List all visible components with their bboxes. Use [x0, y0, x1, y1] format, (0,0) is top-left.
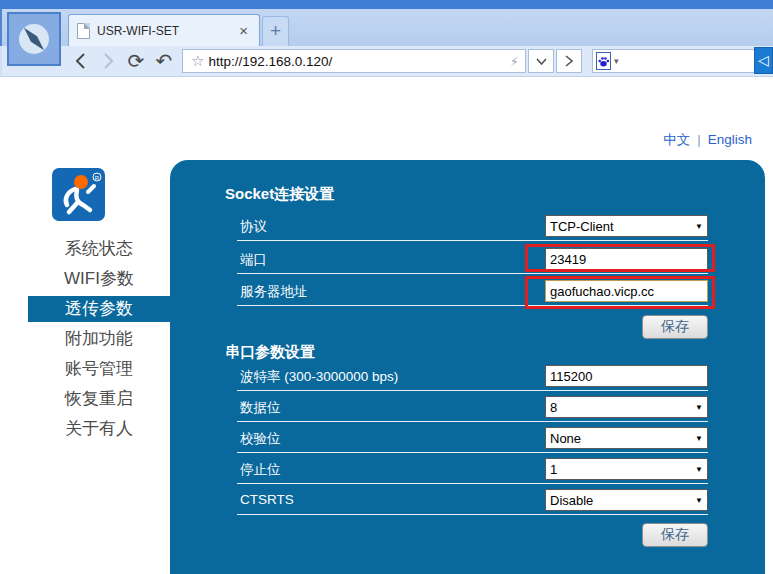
socket-section-title: Socket连接设置 [225, 185, 334, 204]
url-dropdown-button[interactable] [528, 49, 554, 73]
select-arrow-icon: ▼ [695, 465, 703, 474]
sidebar-item-wifi-params[interactable]: WIFI参数 [28, 264, 170, 294]
lightning-icon[interactable]: ⚡ [510, 54, 519, 69]
bookmark-star-icon[interactable]: ☆ [191, 52, 204, 70]
address-bar[interactable]: ☆ ⚡ [182, 49, 526, 73]
select-arrow-icon: ▼ [695, 434, 703, 443]
data-bits-value: 8 [550, 400, 557, 415]
sidebar-item-account-management[interactable]: 账号管理 [28, 354, 170, 384]
tab-title: USR-WIFI-SET [97, 24, 236, 38]
stop-bits-row: 停止位 1▼ [237, 458, 708, 484]
undo-button[interactable]: ↶ [152, 49, 176, 73]
sidebar-item-system-status[interactable]: 系统状态 [28, 234, 170, 264]
sidebar-item-about[interactable]: 关于有人 [28, 414, 170, 444]
select-arrow-icon: ▼ [695, 496, 703, 505]
theworld-logo-icon [14, 19, 54, 59]
baud-rate-row: 波特率 (300-3000000 bps) [237, 365, 708, 391]
stop-bits-label: 停止位 [240, 461, 281, 479]
parity-value: None [550, 431, 581, 446]
data-bits-row: 数据位 8▼ [237, 396, 708, 422]
refresh-button[interactable]: ⟳ [124, 49, 148, 73]
new-tab-button[interactable]: + [262, 16, 289, 46]
ctsrts-select[interactable]: Disable▼ [545, 489, 708, 511]
refresh-icon: ⟳ [128, 51, 145, 71]
parity-select[interactable]: None▼ [545, 427, 708, 449]
back-button[interactable] [68, 49, 92, 73]
back-icon [75, 53, 86, 69]
ctsrts-row: CTSRTS Disable▼ [237, 489, 708, 515]
svg-text:R: R [95, 175, 100, 181]
port-label: 端口 [240, 251, 267, 269]
browser-menu-button[interactable] [7, 12, 61, 66]
page-icon [77, 23, 90, 39]
ctsrts-value: Disable [550, 493, 593, 508]
search-engine-button[interactable] [596, 52, 611, 70]
tab-bar: USR-WIFI-SET × + [0, 9, 773, 46]
sidebar-toggle-icon: ◁ [758, 52, 769, 68]
server-address-label: 服务器地址 [240, 283, 308, 301]
baud-rate-input[interactable] [545, 365, 708, 387]
select-arrow-icon: ▼ [695, 403, 703, 412]
language-switcher: 中文|English [663, 131, 752, 149]
select-arrow-icon: ▼ [695, 222, 703, 231]
stop-bits-value: 1 [550, 462, 557, 477]
sidebar-toggle-button[interactable]: ◁ [754, 47, 773, 74]
server-address-input[interactable] [545, 280, 708, 302]
parity-label: 校验位 [240, 430, 281, 448]
search-bar[interactable]: ▾ [592, 49, 768, 73]
protocol-row: 协议 TCP-Client▼ [237, 215, 708, 241]
usr-logo-icon: R [52, 168, 105, 221]
sidebar-item-transparent-params[interactable]: 透传参数 [28, 296, 170, 322]
go-arrow-icon [565, 55, 573, 67]
server-address-row: 服务器地址 [237, 280, 708, 306]
protocol-select[interactable]: TCP-Client▼ [545, 215, 708, 237]
lang-english-link[interactable]: English [708, 132, 752, 147]
stop-bits-select[interactable]: 1▼ [545, 458, 708, 480]
chevron-down-icon [536, 58, 547, 65]
close-icon[interactable]: × [236, 24, 251, 38]
forward-button[interactable] [96, 49, 120, 73]
search-dropdown-icon[interactable]: ▾ [614, 56, 619, 66]
lang-separator: | [697, 132, 701, 147]
browser-tab[interactable]: USR-WIFI-SET × [68, 14, 260, 47]
data-bits-select[interactable]: 8▼ [545, 396, 708, 418]
port-input[interactable] [545, 248, 708, 270]
port-row: 端口 [237, 248, 708, 274]
socket-save-button[interactable]: 保存 [642, 315, 708, 339]
url-input[interactable] [208, 54, 509, 69]
sidebar-menu: 系统状态 WIFI参数 透传参数 附加功能 账号管理 恢复重启 关于有人 [28, 234, 170, 444]
protocol-label: 协议 [240, 218, 267, 236]
serial-save-button[interactable]: 保存 [642, 523, 708, 547]
sidebar-item-extra-functions[interactable]: 附加功能 [28, 324, 170, 354]
data-bits-label: 数据位 [240, 399, 281, 417]
search-input[interactable] [622, 54, 773, 68]
lang-chinese-link[interactable]: 中文 [663, 132, 690, 147]
protocol-value: TCP-Client [550, 219, 614, 234]
sidebar-item-restore-restart[interactable]: 恢复重启 [28, 384, 170, 414]
browser-toolbar: ⟳ ↶ ☆ ⚡ ▾ [0, 46, 773, 77]
settings-panel: Socket连接设置 协议 TCP-Client▼ 端口 服务器地址 保存 串口… [170, 160, 765, 574]
baidu-paw-icon [597, 55, 610, 68]
forward-icon [103, 53, 114, 69]
baud-rate-label: 波特率 (300-3000000 bps) [240, 368, 398, 386]
go-button[interactable] [556, 49, 582, 73]
ctsrts-label: CTSRTS [240, 492, 294, 507]
plus-icon: + [270, 20, 281, 41]
parity-row: 校验位 None▼ [237, 427, 708, 453]
web-page: 中文|English R 系统状态 WIFI参数 透传参数 附加功能 账号管理 … [0, 77, 773, 574]
window-title-strip [0, 0, 773, 9]
undo-icon: ↶ [156, 51, 173, 71]
serial-section-title: 串口参数设置 [225, 343, 315, 362]
